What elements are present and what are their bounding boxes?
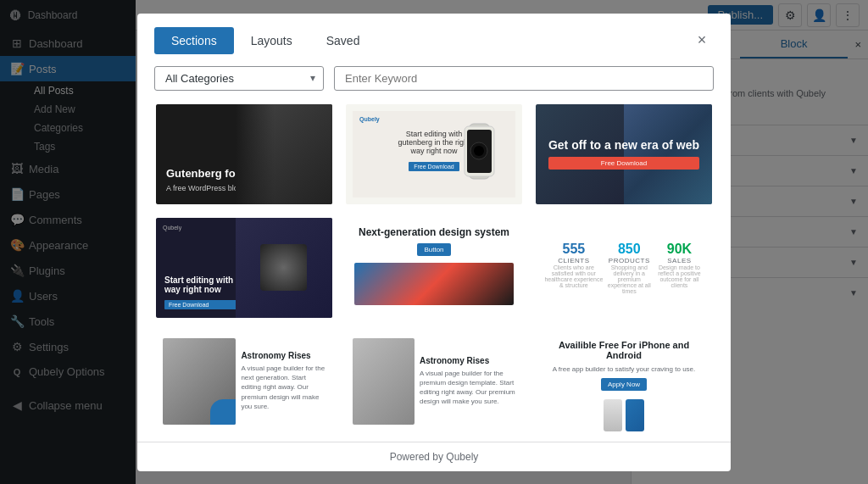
svg-point-4 (474, 146, 484, 156)
card-3-title: Get off to a new era of web (548, 138, 699, 152)
card-preview-2: Qubely Start editing with gutenberg in t… (346, 104, 522, 204)
card-7-content: Astronomy Rises A visual page builder fo… (241, 338, 326, 425)
card-4-product-area (236, 218, 332, 318)
modal-tab-layouts[interactable]: Layouts (234, 27, 309, 54)
modal-tab-sections[interactable]: Sections (154, 27, 234, 54)
modal-tabs: Sections Layouts Saved (154, 27, 376, 54)
modal-tab-saved[interactable]: Saved (309, 27, 377, 54)
stat-sales-sub: Design made to reflect a positive outcom… (655, 264, 704, 288)
card-preview-1: Gutenberg for WP A free WordPress block … (156, 104, 332, 204)
card-2-badge: Qubely (359, 116, 380, 122)
modal-filters: All Categories (137, 54, 731, 103)
stat-products-num: 850 (604, 242, 655, 257)
stat-products-sub: Shopping and delivery in a premium exper… (604, 264, 655, 294)
card-preview-4: Qubely Start editing with gutenberg in t… (156, 218, 332, 318)
category-select[interactable]: All Categories (154, 66, 324, 91)
watch-visual (460, 120, 498, 186)
modal-footer: Powered by Qubely (137, 442, 731, 471)
section-card-9[interactable]: Availible Free For iPhone and Android A … (534, 330, 714, 433)
stats-row: 555 Clients Clients who are satisfied wi… (544, 242, 704, 294)
modal-close-button[interactable]: × (690, 29, 714, 53)
card-9-btn: Apply Now (601, 378, 647, 391)
phone-2 (626, 399, 644, 431)
card-7-img (163, 338, 236, 425)
card-preview-6: 555 Clients Clients who are satisfied wi… (536, 218, 712, 318)
stat-products: 850 Products Shopping and delivery in a … (604, 242, 655, 294)
sections-grid: Gutenberg for WP A free WordPress block … (154, 103, 714, 433)
card-9-phones (544, 399, 704, 431)
keyword-input[interactable] (334, 66, 714, 91)
card-preview-8: Astronomy Rises A visual page builder fo… (346, 331, 522, 431)
section-card-8[interactable]: Astronomy Rises A visual page builder fo… (344, 330, 524, 433)
modal-header: Sections Layouts Saved × (137, 14, 731, 54)
card-3-content: Get off to a new era of web Free Downloa… (548, 138, 699, 170)
card-4-badge: Qubely (163, 225, 181, 231)
card-5-visual (354, 263, 514, 305)
modal-body: Gutenberg for WP A free WordPress block … (137, 103, 731, 442)
stat-sales-num: 90K (655, 242, 704, 257)
stat-products-label: Products (604, 257, 655, 264)
card-5-title: Next-generation design system (359, 226, 509, 238)
stat-clients: 555 Clients Clients who are satisfied wi… (544, 242, 604, 294)
section-card-6[interactable]: 555 Clients Clients who are satisfied wi… (534, 216, 714, 320)
stat-clients-num: 555 (544, 242, 604, 257)
card-2-btn: Free Download (409, 162, 459, 171)
card-3-btn: Free Download (548, 157, 699, 170)
card-7-title: Astronomy Rises (241, 351, 326, 360)
stat-clients-label: Clients (544, 257, 604, 264)
card-preview-5: Next-generation design system Button (346, 218, 522, 318)
card-9-title: Availible Free For iPhone and Android (544, 340, 704, 360)
modal: Sections Layouts Saved × All Categories (137, 14, 731, 471)
section-card-4[interactable]: Qubely Start editing with gutenberg in t… (154, 216, 334, 320)
section-card-3[interactable]: Get off to a new era of web Free Downloa… (534, 103, 714, 206)
card-8-sub: A visual page builder for the premium de… (420, 369, 515, 407)
modal-footer-text: Powered by Qubely (390, 451, 479, 463)
card-preview-7: Astronomy Rises A visual page builder fo… (156, 331, 332, 431)
stat-clients-sub: Clients who are satisfied with our healt… (544, 264, 604, 288)
category-select-wrapper: All Categories (154, 66, 324, 91)
card-8-title: Astronomy Rises (420, 356, 515, 365)
section-card-1[interactable]: Gutenberg for WP A free WordPress block … (154, 103, 334, 206)
play-icon (221, 408, 227, 416)
modal-overlay: Sections Layouts Saved × All Categories (0, 0, 868, 484)
card-7-sub: A visual page builder for the next gener… (241, 364, 326, 411)
section-card-2[interactable]: Qubely Start editing with gutenberg in t… (344, 103, 524, 206)
stat-sales: 90K Sales Design made to reflect a posit… (655, 242, 704, 294)
product-visual (260, 244, 307, 291)
section-card-7[interactable]: Astronomy Rises A visual page builder fo… (154, 330, 334, 433)
portrait-bg (236, 104, 332, 204)
phone-1 (604, 399, 622, 431)
section-card-5[interactable]: Next-generation design system Button (344, 216, 524, 320)
card-9-sub: A free app builder to satisfy your cravi… (544, 365, 704, 373)
card-8-img (353, 338, 415, 425)
play-button (215, 404, 231, 420)
card-5-btn: Button (417, 243, 450, 256)
card-8-content: Astronomy Rises A visual page builder fo… (420, 338, 515, 425)
card-preview-9: Availible Free For iPhone and Android A … (536, 331, 712, 431)
stat-sales-label: Sales (655, 257, 704, 264)
card-preview-3: Get off to a new era of web Free Downloa… (536, 104, 712, 204)
